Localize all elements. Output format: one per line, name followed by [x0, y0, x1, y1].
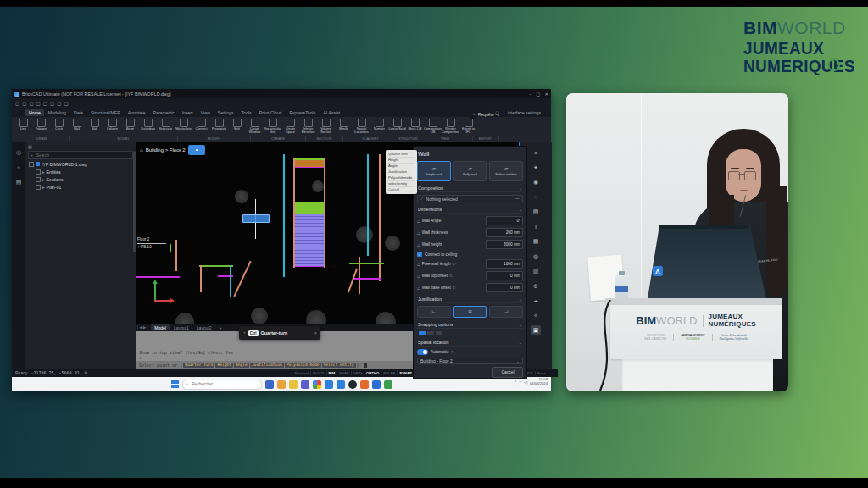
section-composition[interactable]: Composition [417, 184, 523, 192]
dimension-input[interactable]: 1000 mm [486, 259, 523, 269]
command-option-chip[interactable]: Justification [250, 363, 284, 368]
ribbon-button[interactable]: Rectangular Grid [264, 117, 281, 136]
panel-strip-icon[interactable] [531, 207, 541, 217]
ribbon-button[interactable]: Slab [86, 117, 103, 136]
command-option-item[interactable]: Polysolid mode [387, 175, 415, 181]
dimension-input[interactable]: 200 mm [486, 228, 523, 237]
taskbar-app-icon[interactable] [360, 380, 369, 389]
dimension-input[interactable]: 0° [486, 216, 523, 225]
taskbar-app-icon[interactable] [348, 380, 357, 389]
spatial-location-dropdown[interactable]: Building - Floor 2 [417, 358, 523, 364]
left-strip-icon[interactable] [17, 164, 20, 170]
command-option-chip[interactable]: Select entity [322, 363, 356, 368]
panel-strip-icon[interactable] [531, 325, 541, 336]
command-search-box[interactable]: Requête [470, 109, 476, 119]
taskbar-app-icon[interactable] [265, 380, 274, 389]
wall-mode-button[interactable]: ▱ Poly wall [453, 161, 487, 181]
command-option-item[interactable]: select entity [387, 181, 415, 187]
ribbon-button[interactable]: Column [103, 117, 121, 136]
ribbon-tab[interactable]: Annotate [125, 109, 149, 116]
ribbon-button[interactable]: Create Window [246, 117, 264, 136]
maximize-icon[interactable] [536, 92, 540, 97]
ribbon-button[interactable]: Export to IFC [459, 117, 477, 136]
tree-search-box[interactable] [28, 151, 133, 159]
qat-icon[interactable]: ▢ [29, 101, 33, 106]
panel-strip-icon[interactable] [531, 177, 541, 187]
ribbon-tab[interactable]: Modeling [45, 109, 70, 116]
justify-right-button[interactable]: ⊣ [489, 306, 523, 318]
panel-strip-icon[interactable] [531, 252, 541, 262]
ribbon-tab[interactable]: Point Cloud [256, 109, 286, 116]
breadcrumb[interactable]: Building > Floor 2 [140, 145, 205, 155]
dimension-input[interactable]: 0 mm [486, 283, 523, 292]
left-strip-icon[interactable] [16, 149, 21, 156]
ribbon-button[interactable]: Number [370, 117, 388, 136]
status-toggle[interactable]: POLAR [381, 371, 398, 375]
layout-tab[interactable]: + [215, 324, 225, 330]
taskbar-app-icon[interactable] [277, 380, 286, 389]
command-option-chip[interactable]: Quarter turn [183, 363, 214, 368]
status-toggle[interactable]: + [548, 371, 554, 375]
start-button[interactable] [171, 380, 179, 388]
taskbar-app-icon[interactable] [289, 380, 298, 389]
ribbon-button[interactable]: Connect [192, 117, 210, 136]
ribbon-button[interactable]: Linear Solid [388, 117, 406, 136]
tree-search-input[interactable] [35, 152, 123, 158]
ribbon-tab[interactable]: View [198, 109, 214, 116]
menu-kebab-icon[interactable] [129, 144, 133, 149]
layout-nav-arrows-icon[interactable]: |◀▶| [137, 325, 148, 330]
command-option-chip[interactable]: Height [215, 363, 233, 368]
taskbar-search[interactable] [182, 380, 262, 390]
ribbon-button[interactable]: Polygon [32, 117, 50, 136]
dimension-input[interactable]: 3000 mm [486, 240, 523, 249]
command-option-item[interactable]: Justification [387, 169, 415, 175]
command-option-chip[interactable]: Angle [234, 363, 249, 368]
clock[interactable]: 15:0804/06/2024 [530, 378, 548, 385]
panel-strip-icon[interactable] [531, 266, 541, 276]
ribbon-tab[interactable]: Structural/MEP [87, 109, 124, 116]
qat-icon[interactable]: ▢ [15, 101, 19, 106]
ribbon-tab[interactable]: Home [25, 109, 44, 116]
command-option-chip[interactable]: Polysolid mode [285, 363, 321, 368]
ribbon-tab[interactable]: Parametric [150, 109, 178, 116]
wall-mode-button[interactable]: ▱ Single wall [417, 161, 451, 181]
tree-item-row[interactable]: ▸ Sections [25, 175, 136, 183]
ribbon-button[interactable]: Staircase [157, 117, 175, 136]
qat-icon[interactable]: ▢ [36, 101, 41, 106]
tray-chevron-icon[interactable]: ^ [515, 380, 516, 385]
ribbon-button[interactable]: Quickdraw [139, 117, 157, 136]
ribbon-button[interactable]: Interior Elevation [299, 117, 317, 136]
ribbon-tab[interactable]: AI Assist [320, 109, 343, 116]
taskbar-app-icon[interactable] [337, 380, 345, 389]
checkbox-checked-icon[interactable]: ✓ [417, 252, 422, 257]
status-toggle[interactable]: SNAP [337, 371, 351, 375]
ribbon-button[interactable]: Composition LIB [424, 117, 442, 136]
panel-strip-icon[interactable] [531, 236, 541, 247]
cancel-button[interactable]: Cancel [492, 367, 523, 378]
panel-strip-icon[interactable] [531, 311, 541, 321]
tree-root-row[interactable]: IYF BIMWORLD-1.dwg [25, 160, 136, 168]
section-dimensions[interactable]: Dimensions [417, 205, 523, 214]
taskbar-app-icon[interactable] [301, 380, 309, 389]
status-toggle[interactable]: ESNAP [398, 371, 414, 375]
taskbar-search-input[interactable] [190, 381, 244, 387]
ribbon-button[interactable]: Split [228, 117, 246, 136]
justify-center-button[interactable]: ⊞ [453, 306, 487, 318]
dimension-input[interactable]: 0 mm [486, 271, 523, 280]
ribbon-button[interactable]: Render Composition [442, 117, 459, 136]
status-toggle[interactable]: None [536, 371, 548, 375]
toggle-on-icon[interactable] [417, 349, 428, 355]
ribbon-tab[interactable]: ExpressTools [286, 109, 319, 116]
section-spatial-location[interactable]: Spatial location [417, 338, 523, 347]
ribbon-button[interactable]: Bimify [335, 117, 353, 136]
qat-icon[interactable]: ▢ [43, 101, 47, 106]
automatic-toggle-row[interactable]: Automatic [417, 349, 523, 355]
tree-item-row[interactable]: ▸ Entities [25, 168, 136, 175]
ribbon-button[interactable]: Block LIB [406, 117, 424, 136]
ribbon-button[interactable]: Wall [68, 117, 86, 136]
qat-icon[interactable]: ▢ [50, 101, 54, 106]
ribbon-button[interactable]: Circle [50, 117, 68, 136]
ribbon-tab[interactable]: Insert [179, 109, 197, 116]
panel-strip-icon[interactable] [531, 163, 541, 173]
ribbon-button[interactable]: Create Space [281, 117, 299, 136]
